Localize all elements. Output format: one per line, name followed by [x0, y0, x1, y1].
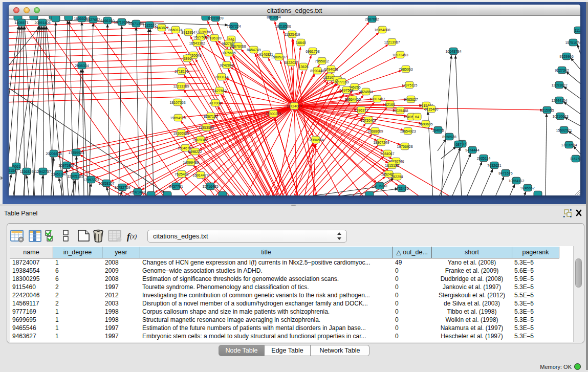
svg-text:12975115: 12975115 — [402, 83, 418, 87]
svg-text:9527505: 9527505 — [193, 35, 207, 39]
svg-text:11325419: 11325419 — [285, 33, 300, 36]
svg-text:3824554: 3824554 — [359, 90, 373, 94]
svg-text:8958928: 8958928 — [442, 135, 456, 139]
svg-text:12942737: 12942737 — [35, 170, 51, 173]
svg-text:8990448: 8990448 — [310, 69, 324, 73]
svg-text:13451947: 13451947 — [51, 172, 67, 176]
svg-text:8660124: 8660124 — [168, 28, 182, 32]
svg-text:30975867: 30975867 — [58, 164, 74, 167]
svg-text:16671355: 16671355 — [128, 22, 144, 26]
svg-text:9463627: 9463627 — [404, 98, 418, 101]
svg-text:6497568: 6497568 — [339, 89, 353, 92]
svg-text:16154808: 16154808 — [374, 28, 390, 32]
svg-text:6466160: 6466160 — [100, 19, 114, 23]
svg-text:12384554: 12384554 — [308, 138, 323, 142]
svg-text:6961758: 6961758 — [306, 50, 319, 53]
svg-text:8186328: 8186328 — [207, 36, 221, 40]
svg-text:417004: 417004 — [209, 101, 221, 105]
svg-text:19218506: 19218506 — [275, 25, 291, 28]
svg-text:7625402: 7625402 — [175, 172, 188, 176]
svg-text:10025488: 10025488 — [392, 109, 408, 113]
svg-text:8471676: 8471676 — [498, 171, 512, 175]
svg-text:10654112: 10654112 — [509, 179, 525, 183]
svg-text:2935114: 2935114 — [477, 157, 491, 160]
svg-text:16640: 16640 — [296, 41, 306, 45]
svg-text:12093822: 12093822 — [551, 83, 567, 87]
svg-text:7632621: 7632621 — [487, 164, 501, 167]
svg-text:14099489: 14099489 — [183, 161, 199, 164]
svg-text:1156829: 1156829 — [20, 170, 34, 173]
svg-text:15300275: 15300275 — [265, 112, 281, 116]
svg-text:687: 687 — [455, 143, 462, 146]
svg-text:7357224: 7357224 — [227, 25, 241, 28]
svg-text:8454749: 8454749 — [247, 48, 260, 52]
svg-text:12444154: 12444154 — [551, 99, 567, 102]
svg-text:10958107: 10958107 — [98, 182, 114, 185]
svg-text:9115460: 9115460 — [425, 107, 439, 111]
svg-text:5822037: 5822037 — [284, 61, 298, 64]
svg-text:19166825: 19166825 — [173, 132, 189, 135]
svg-text:6794028: 6794028 — [324, 68, 338, 71]
svg-text:13626: 13626 — [298, 65, 309, 69]
svg-text:1112: 1112 — [575, 29, 580, 32]
svg-text:15885207: 15885207 — [271, 55, 287, 59]
svg-text:12905135: 12905135 — [67, 174, 83, 178]
svg-text:18107553: 18107553 — [169, 101, 185, 104]
svg-text:(x): (x) — [130, 233, 137, 240]
svg-text:15751074: 15751074 — [565, 41, 580, 45]
svg-text:18724007: 18724007 — [286, 104, 302, 108]
svg-text:16543382: 16543382 — [189, 41, 205, 45]
svg-text:8912954: 8912954 — [181, 31, 195, 34]
svg-text:9084067: 9084067 — [380, 152, 394, 156]
svg-text:10688609: 10688609 — [367, 129, 383, 133]
svg-text:15716485: 15716485 — [202, 185, 218, 188]
svg-text:20364456: 20364456 — [344, 98, 360, 101]
svg-text:2087682: 2087682 — [365, 17, 379, 21]
svg-text:7386372: 7386372 — [354, 108, 368, 112]
svg-text:13226058: 13226058 — [195, 30, 211, 34]
svg-text:116753: 116753 — [570, 157, 580, 161]
svg-text:2905334: 2905334 — [75, 64, 89, 68]
svg-text:20691406: 20691406 — [34, 21, 50, 25]
svg-text:10973493: 10973493 — [392, 53, 408, 57]
svg-text:62160: 62160 — [385, 103, 395, 106]
svg-text:64: 64 — [415, 115, 419, 119]
svg-text:9529966: 9529966 — [559, 55, 573, 58]
svg-text:8813054: 8813054 — [267, 16, 280, 19]
svg-text:16033809: 16033809 — [207, 16, 223, 20]
svg-text:9474444: 9474444 — [465, 148, 479, 152]
svg-text:9242848: 9242848 — [220, 63, 233, 67]
svg-text:17957223: 17957223 — [83, 178, 99, 182]
svg-text:19654925: 19654925 — [170, 116, 186, 120]
svg-text:8215955: 8215955 — [540, 108, 554, 112]
svg-text:16782759: 16782759 — [114, 186, 130, 189]
svg-text:9699695: 9699695 — [419, 122, 432, 126]
svg-text:19654923: 19654923 — [400, 129, 416, 133]
svg-text:10719155: 10719155 — [114, 20, 129, 24]
svg-text:7955812: 7955812 — [315, 59, 329, 63]
svg-text:2718176: 2718176 — [175, 70, 188, 73]
svg-text:7485063: 7485063 — [399, 68, 412, 71]
svg-text:15720407: 15720407 — [360, 119, 376, 122]
svg-text:10807487: 10807487 — [369, 97, 385, 101]
svg-text:1615132: 1615132 — [385, 164, 399, 167]
svg-text:16914479: 16914479 — [192, 173, 208, 177]
svg-text:1733426: 1733426 — [395, 187, 408, 190]
svg-text:9896: 9896 — [183, 57, 191, 60]
svg-text:17359924: 17359924 — [68, 151, 84, 155]
svg-text:9245652: 9245652 — [520, 186, 534, 190]
svg-text:14136141: 14136141 — [372, 184, 387, 188]
svg-text:23676068: 23676068 — [230, 45, 246, 48]
svg-text:18807249: 18807249 — [373, 141, 389, 144]
svg-text:12213389: 12213389 — [173, 84, 189, 88]
svg-text:3375685: 3375685 — [222, 51, 235, 55]
svg-text:9457791: 9457791 — [169, 185, 183, 188]
svg-text:8427552: 8427552 — [212, 89, 226, 93]
svg-text:2803144: 2803144 — [214, 75, 228, 79]
svg-text:17016504: 17016504 — [561, 143, 577, 147]
svg-text:252254: 252254 — [391, 175, 403, 179]
svg-text:12213967: 12213967 — [384, 40, 400, 44]
svg-text:9777169: 9777169 — [335, 80, 349, 84]
svg-text:11353594: 11353594 — [199, 126, 214, 129]
svg-text:39154: 39154 — [9, 169, 16, 172]
